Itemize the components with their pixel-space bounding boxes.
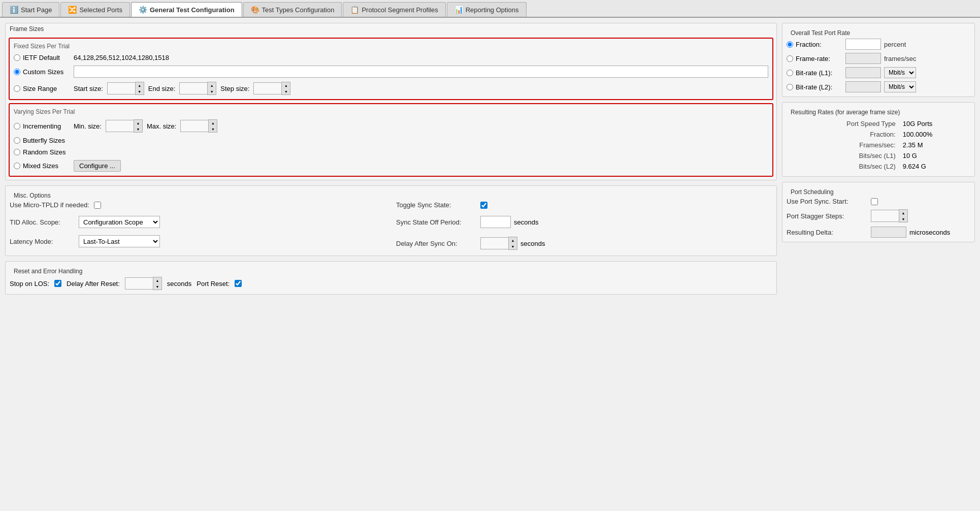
butterfly-label[interactable]: Butterfly Sizes [14, 137, 70, 144]
min-size-input[interactable]: 64 [106, 120, 134, 132]
use-port-sync-checkbox[interactable] [871, 198, 878, 205]
tab-test-types-config[interactable]: 🎨 Test Types Configuration [243, 2, 342, 17]
bit-rate-l1-unit-dropdown[interactable]: Mbit/s Gbit/s [884, 67, 916, 78]
latency-mode-dropdown[interactable]: Last-To-Last First-To-Last First-To-Firs… [79, 235, 160, 247]
frame-rate-label[interactable]: Frame-rate: [787, 55, 842, 62]
mixed-sizes-radio[interactable] [14, 163, 20, 169]
fraction-radio[interactable] [787, 41, 793, 48]
delay-sync-on-down[interactable]: ▼ [509, 243, 517, 249]
fraction-text: Fraction: [796, 41, 822, 48]
start-size-input[interactable]: 100 [107, 82, 135, 94]
max-size-input[interactable]: 1500 [180, 120, 208, 132]
start-size-spinner[interactable]: 100 ▲ ▼ [107, 82, 144, 95]
delay-sync-on-input[interactable]: 1 [480, 237, 508, 249]
bit-rate-l2-label[interactable]: Bit-rate (L2): [787, 83, 842, 91]
reset-error-title: Reset and Error Handling [10, 266, 772, 277]
fraction-label[interactable]: Fraction: [787, 41, 842, 48]
sync-state-off-input[interactable]: 1 [480, 216, 511, 228]
bit-rate-l1-input[interactable]: 0 [845, 67, 881, 78]
bit-rate-l1-label[interactable]: Bit-rate (L1): [787, 69, 842, 77]
bit-rate-l1-radio[interactable] [787, 70, 793, 76]
varying-sizes-title: Varying Sizes Per Trial [14, 108, 768, 115]
custom-sizes-radio[interactable] [14, 69, 20, 75]
use-port-sync-label: Use Port Sync. Start: [787, 198, 868, 205]
delay-reset-down[interactable]: ▼ [153, 283, 161, 290]
random-sizes-radio[interactable] [14, 149, 20, 155]
ietf-default-radio[interactable] [14, 54, 20, 61]
delay-sync-on-up[interactable]: ▲ [509, 237, 517, 243]
step-size-up[interactable]: ▲ [282, 82, 290, 88]
end-size-spinner[interactable]: 1500 ▲ ▼ [179, 82, 216, 95]
delay-after-reset-btns: ▲ ▼ [153, 277, 162, 290]
start-size-up[interactable]: ▲ [136, 82, 144, 88]
port-stagger-input[interactable]: 0 [871, 210, 899, 222]
size-range-label[interactable]: Size Range [14, 85, 70, 92]
bit-rate-l2-radio[interactable] [787, 84, 793, 90]
tab-start-page[interactable]: ℹ️ Start Page [2, 2, 59, 17]
tab-start-page-label: Start Page [21, 6, 52, 14]
fixed-sizes-subsection: Fixed Sizes Per Trial IETF Default 64,12… [9, 38, 773, 100]
end-size-up[interactable]: ▲ [208, 82, 216, 88]
step-size-input[interactable]: 100 [253, 82, 281, 94]
frame-rate-text: Frame-rate: [796, 55, 830, 62]
bit-rate-l2-unit-dropdown[interactable]: Mbit/s Gbit/s [884, 81, 916, 92]
tab-reporting-options[interactable]: 📊 Reporting Options [447, 2, 527, 17]
port-stagger-btns: ▲ ▼ [899, 209, 908, 222]
min-size-spinner-btns: ▲ ▼ [134, 119, 143, 133]
start-size-down[interactable]: ▼ [136, 88, 144, 94]
end-size-input[interactable]: 1500 [179, 82, 207, 94]
port-reset-checkbox[interactable] [235, 280, 242, 287]
max-size-down[interactable]: ▼ [209, 126, 217, 132]
configure-button[interactable]: Configure ... [74, 160, 121, 172]
micro-tpld-checkbox[interactable] [94, 202, 101, 209]
custom-sizes-row: Custom Sizes 512 [14, 66, 768, 78]
port-stagger-up[interactable]: ▲ [899, 210, 907, 216]
end-size-label: End size: [148, 85, 175, 92]
tid-alloc-dropdown[interactable]: Configuration Scope Port Scope [79, 216, 160, 228]
custom-sizes-label[interactable]: Custom Sizes [14, 68, 70, 76]
frame-sizes-title: Frame Sizes [6, 23, 776, 35]
mixed-sizes-label[interactable]: Mixed Sizes [14, 162, 70, 170]
reset-error-section: Reset and Error Handling Stop on LOS: De… [5, 261, 777, 295]
tab-general-test-config[interactable]: ⚙️ General Test Configuration [131, 2, 242, 17]
port-stagger-down[interactable]: ▼ [899, 216, 907, 222]
delay-after-reset-input[interactable]: 1 [125, 277, 153, 290]
incrementing-label[interactable]: Incrementing [14, 122, 70, 130]
delay-after-reset-spinner[interactable]: 1 ▲ ▼ [125, 277, 162, 290]
tab-selected-ports[interactable]: 🔀 Selected Ports [60, 2, 130, 17]
frame-rate-input[interactable]: 0 [845, 53, 881, 64]
end-size-down[interactable]: ▼ [208, 88, 216, 94]
port-stagger-spinner[interactable]: 0 ▲ ▼ [871, 209, 908, 222]
stop-on-los-checkbox[interactable] [54, 280, 61, 287]
selected-ports-icon: 🔀 [68, 6, 77, 14]
ietf-default-label[interactable]: IETF Default [14, 54, 70, 61]
delay-sync-on-spinner[interactable]: 1 ▲ ▼ [480, 237, 517, 250]
delay-sync-on-label: Delay After Sync On: [396, 240, 477, 247]
min-size-spinner[interactable]: 64 ▲ ▼ [106, 119, 143, 133]
max-size-spinner[interactable]: 1500 ▲ ▼ [180, 119, 217, 133]
fraction-input[interactable]: 100 [845, 39, 881, 50]
size-range-radio[interactable] [14, 85, 20, 92]
frame-rate-radio[interactable] [787, 55, 793, 62]
custom-sizes-input[interactable]: 512 [74, 66, 768, 78]
latency-mode-row: Latency Mode: Last-To-Last First-To-Last… [10, 235, 386, 247]
resulting-delta-row: Resulting Delta: N/A microseconds [787, 227, 970, 238]
resulting-delta-input: N/A [871, 227, 906, 238]
butterfly-radio[interactable] [14, 137, 20, 144]
step-size-spinner[interactable]: 100 ▲ ▼ [253, 82, 290, 95]
toggle-sync-checkbox[interactable] [480, 202, 487, 209]
min-size-up[interactable]: ▲ [134, 120, 142, 126]
overall-test-port-rate-section: Overall Test Port Rate Fraction: 100 per… [782, 23, 975, 97]
tab-protocol-segment-profiles[interactable]: 📋 Protocol Segment Profiles [343, 2, 445, 17]
frame-sizes-section: Frame Sizes Fixed Sizes Per Trial IETF D… [5, 23, 777, 180]
incrementing-radio[interactable] [14, 123, 20, 130]
delay-reset-up[interactable]: ▲ [153, 277, 161, 283]
bit-rate-l2-input[interactable]: 0 [845, 81, 881, 92]
step-size-down[interactable]: ▼ [282, 88, 290, 94]
resulting-delta-label: Resulting Delta: [787, 229, 868, 236]
ietf-default-text: IETF Default [23, 54, 60, 61]
min-size-down[interactable]: ▼ [134, 126, 142, 132]
port-stagger-row: Port Stagger Steps: 0 ▲ ▼ [787, 209, 970, 222]
max-size-up[interactable]: ▲ [209, 120, 217, 126]
random-sizes-label[interactable]: Random Sizes [14, 148, 70, 156]
